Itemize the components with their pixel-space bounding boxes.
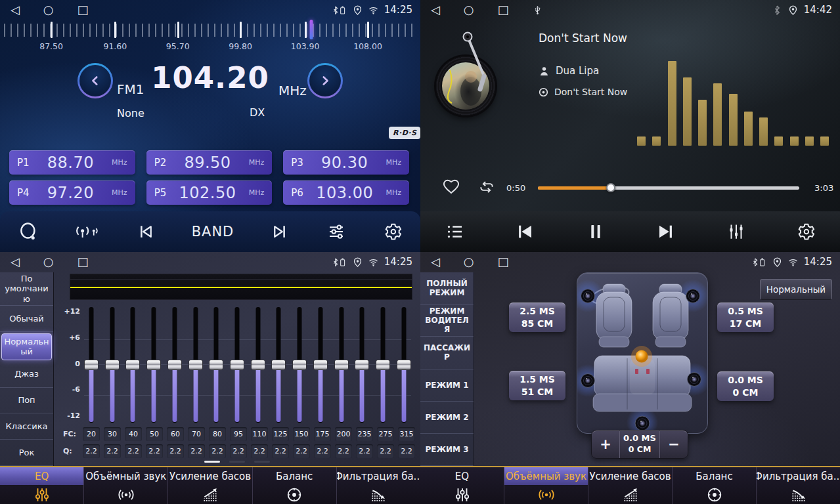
eq-preset-custom[interactable]: Обычай: [0, 306, 53, 332]
slider-thumb[interactable]: [125, 360, 140, 370]
slider-thumb[interactable]: [251, 360, 265, 370]
fc-value-box[interactable]: 235: [356, 427, 373, 441]
tab-balance[interactable]: Баланс: [673, 467, 757, 504]
eq-preset-classic[interactable]: Классика: [0, 413, 53, 440]
slider-thumb[interactable]: [188, 360, 203, 370]
delay-rear-left-button[interactable]: 1.5 MS51 CM: [509, 371, 565, 400]
q-value-box[interactable]: 2.2: [356, 444, 373, 458]
tab-surround[interactable]: Объёмный звук: [504, 467, 588, 504]
decrease-delay-button[interactable]: −: [660, 430, 688, 458]
tab-filter[interactable]: Фильтрация ба...: [757, 467, 840, 504]
eq-band-slider[interactable]: [188, 307, 203, 423]
progress-bar[interactable]: [538, 186, 799, 190]
fc-value-box[interactable]: 175: [314, 427, 331, 441]
mode-full[interactable]: ПОЛНЫЙ РЕЖИМ: [420, 272, 474, 304]
frequency-scale[interactable]: 87.50 91.60 95.70 99.80 103.90 108.00: [0, 20, 420, 56]
nav-home-button[interactable]: ○: [43, 252, 54, 272]
delay-rear-right-button[interactable]: 0.0 MS0 CM: [717, 371, 774, 401]
eq-band-slider[interactable]: [167, 307, 182, 423]
equalizer-button[interactable]: [726, 222, 746, 242]
slider-thumb[interactable]: [146, 360, 161, 370]
eq-band-slider[interactable]: [334, 307, 349, 423]
tab-filter[interactable]: Фильтрация ба...: [337, 467, 420, 504]
nav-recents-button[interactable]: □: [498, 0, 509, 20]
eq-preset-default[interactable]: По умолчанию: [0, 272, 53, 306]
fc-value-box[interactable]: 20: [83, 427, 100, 441]
slider-thumb[interactable]: [397, 360, 411, 370]
broadcast-button[interactable]: [74, 222, 99, 241]
fc-value-box[interactable]: 70: [188, 427, 205, 441]
q-value-box[interactable]: 2.2: [377, 444, 394, 458]
eq-band-slider[interactable]: [230, 307, 244, 423]
settings-button[interactable]: [795, 222, 815, 242]
q-value-box[interactable]: 2.2: [398, 444, 415, 458]
preset-button-5[interactable]: P5102.50MHz: [146, 180, 273, 205]
fc-value-box[interactable]: 150: [293, 427, 310, 441]
eq-band-slider[interactable]: [376, 307, 390, 423]
favorite-button[interactable]: [441, 177, 461, 198]
preset-button-4[interactable]: P497.20MHz: [9, 180, 135, 205]
nav-recents-button[interactable]: □: [498, 252, 509, 272]
nav-home-button[interactable]: ○: [464, 252, 474, 272]
slider-thumb[interactable]: [209, 360, 223, 370]
delay-front-left-button[interactable]: 2.5 MS85 CM: [509, 303, 565, 332]
nav-back-button[interactable]: ◁: [11, 0, 20, 20]
slider-thumb[interactable]: [230, 360, 244, 370]
fc-value-box[interactable]: 80: [209, 427, 226, 441]
band-button[interactable]: BAND: [192, 224, 234, 240]
mode-1[interactable]: РЕЖИМ 1: [420, 369, 474, 402]
slider-thumb[interactable]: [313, 360, 328, 370]
next-track-button[interactable]: [655, 221, 676, 242]
eq-preset-pop[interactable]: Поп: [0, 388, 53, 414]
q-value-box[interactable]: 2.2: [209, 444, 226, 458]
tab-bass-boost[interactable]: Усиление басов: [168, 467, 252, 504]
q-value-box[interactable]: 2.2: [146, 444, 163, 458]
nav-back-button[interactable]: ◁: [431, 0, 440, 20]
tune-up-button[interactable]: [307, 63, 343, 98]
preset-button-6[interactable]: P6103.00MHz: [283, 180, 409, 205]
slider-thumb[interactable]: [105, 360, 120, 370]
eq-band-slider[interactable]: [271, 307, 286, 423]
tab-eq[interactable]: EQ: [420, 467, 504, 504]
q-value-box[interactable]: 2.2: [272, 444, 289, 458]
q-value-box[interactable]: 2.2: [230, 444, 247, 458]
seek-up-button[interactable]: [271, 222, 290, 242]
seek-down-button[interactable]: [135, 222, 155, 242]
mode-driver[interactable]: РЕЖИМ ВОДИТЕЛЯ: [420, 304, 474, 337]
progress-knob[interactable]: [606, 183, 615, 192]
q-value-box[interactable]: 2.2: [167, 444, 184, 458]
eq-band-slider[interactable]: [125, 307, 140, 423]
eq-preset-jazz[interactable]: Джаз: [0, 362, 53, 388]
eq-band-slider[interactable]: [355, 307, 369, 423]
nav-back-button[interactable]: ◁: [11, 252, 20, 272]
delay-front-right-button[interactable]: 0.5 MS17 CM: [717, 303, 774, 332]
tune-down-button[interactable]: [77, 63, 113, 98]
repeat-button[interactable]: [477, 178, 497, 198]
fc-value-box[interactable]: 200: [335, 427, 352, 441]
fc-value-box[interactable]: 40: [125, 427, 142, 441]
nav-recents-button[interactable]: □: [77, 252, 89, 272]
nav-back-button[interactable]: ◁: [431, 252, 440, 272]
mode-passenger[interactable]: ПАССАЖИР: [420, 337, 474, 369]
eq-band-slider[interactable]: [313, 307, 328, 423]
fc-value-box[interactable]: 110: [251, 427, 268, 441]
fc-value-box[interactable]: 95: [230, 427, 247, 441]
tab-balance[interactable]: Баланс: [253, 467, 337, 504]
q-value-box[interactable]: 2.2: [251, 444, 268, 458]
slider-thumb[interactable]: [271, 360, 286, 370]
q-value-box[interactable]: 2.2: [125, 444, 142, 458]
eq-band-slider[interactable]: [105, 307, 120, 423]
eq-band-slider[interactable]: [84, 307, 99, 423]
q-value-box[interactable]: 2.2: [188, 444, 205, 458]
fc-value-box[interactable]: 50: [146, 427, 163, 441]
equalizer-button[interactable]: [326, 222, 346, 242]
fc-value-box[interactable]: 30: [104, 427, 121, 441]
eq-preset-normal[interactable]: Нормальный: [1, 333, 52, 360]
tab-surround[interactable]: Объёмный звук: [84, 467, 168, 504]
q-value-box[interactable]: 2.2: [293, 444, 310, 458]
sound-preset-badge[interactable]: Нормальный: [760, 279, 832, 300]
mode-2[interactable]: РЕЖИМ 2: [420, 402, 474, 434]
fc-value-box[interactable]: 60: [167, 427, 184, 441]
pause-button[interactable]: [585, 221, 606, 242]
scan-button[interactable]: [18, 222, 38, 242]
